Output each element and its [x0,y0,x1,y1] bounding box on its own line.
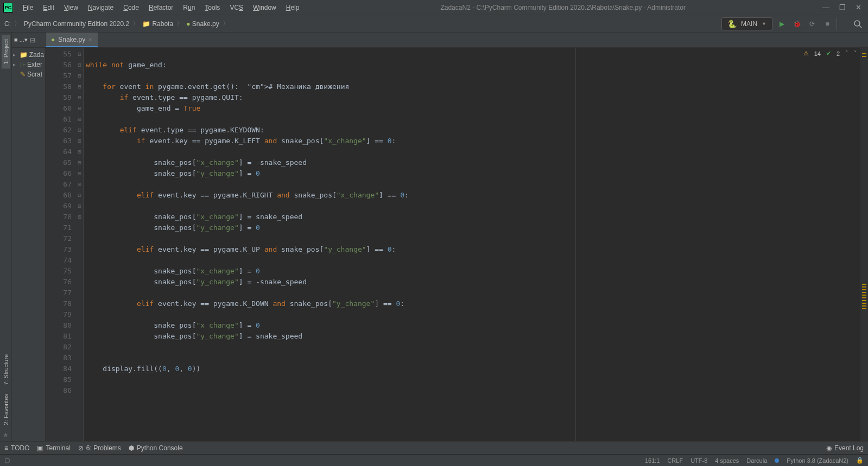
debug-button[interactable]: 🐞 [791,18,803,30]
code-line [86,201,860,212]
close-tab-icon[interactable]: × [88,36,92,43]
indent-info[interactable]: 4 spaces [715,457,739,464]
code-line [86,233,860,244]
todo-tool[interactable]: ≡TODO [4,444,29,452]
python-file-icon: ● [51,36,55,43]
bookmark-icon[interactable]: ★ [1,429,11,441]
minimize-button[interactable]: — [822,3,829,11]
menu-navigate[interactable]: Navigate [84,2,118,13]
search-button[interactable] [852,18,864,30]
terminal-icon: ▣ [37,444,43,452]
chevron-right-icon: 〉 [132,19,139,28]
right-margin-line [575,48,576,441]
navbar: C:〉PyCharm Community Edition 2020.2〉📁 Ra… [0,15,868,33]
code-line [86,374,860,385]
tree-item[interactable]: ✎Scrat [13,69,44,79]
code-line [86,288,860,298]
code-line: elif event.type == pygame.KEYDOWN: [86,125,860,136]
inspection-widget[interactable]: ⚠ 14 ✔ 2 ˄ ˅ [803,50,857,57]
inspection-down-icon[interactable]: ˅ [854,50,857,57]
code-line: game_end = True [86,103,860,114]
interpreter-info[interactable]: Python 3.8 (ZadacaN2) [787,457,848,464]
maximize-button[interactable]: ❐ [839,3,846,11]
chevron-right-icon: 〉 [14,19,21,28]
navbar-right: 🐍 MAIN ▼ ▶ 🐞 ⟳ ■ [721,17,864,30]
structure-tool-tab[interactable]: 7: Structure [2,350,10,390]
close-button[interactable]: ✕ [856,3,861,11]
code-line: while not game_end: [86,60,860,71]
problems-tool[interactable]: ⊘6: Problems [78,444,121,452]
menu-view[interactable]: View [60,2,83,13]
breadcrumb-item[interactable]: 📁 Rabota [142,20,173,28]
menu-help[interactable]: Help [282,2,304,13]
project-panel: ■ ...▾ ⊟ ▸📁Zada▸⊪Exter✎Scrat [12,33,46,441]
breadcrumb-item[interactable]: C: [4,20,11,28]
warning-icon: ⚠ [803,50,809,57]
workspace: 1: Project 7: Structure 2: Favorites ★ ■… [0,33,868,441]
menu-window[interactable]: Window [249,2,281,13]
code-line [86,179,860,190]
code-line: for event in pygame.event.get(): "cm"># … [86,81,860,92]
event-log-tool[interactable]: ◉Event Log [826,444,864,452]
menu-file[interactable]: File [18,2,37,13]
python-console-tool[interactable]: ⬢Python Console [129,444,183,452]
separator [837,18,848,30]
code-line: snake_pos["x_change"] = 0 [86,266,860,277]
status-bar: ▢ 161:1 CRLF UTF-8 4 spaces Darcula Pyth… [0,454,868,466]
breadcrumbs: C:〉PyCharm Community Edition 2020.2〉📁 Ra… [4,19,721,28]
tree-item[interactable]: ▸⊪Exter [13,60,44,69]
run-config-select[interactable]: 🐍 MAIN ▼ [721,17,772,30]
lock-icon[interactable]: 🔒 [856,457,864,464]
code-line [86,114,860,125]
code-line: snake_pos["y_change"] = 0 [86,168,860,179]
editor-tab-snake[interactable]: ● Snake.py × [46,33,98,47]
menu-code[interactable]: Code [119,2,143,13]
code-line [86,255,860,266]
chevron-down-icon: ▼ [762,21,766,27]
svg-line-1 [859,25,861,28]
pass-count: 2 [837,50,840,57]
project-view-select[interactable]: ■ ...▾ [14,36,28,43]
fold-gutter: ⊟⊟⊟⊟⊟⊡⊡⊟⊡⊡⊟⊡⊡⊟⊡⊡ [76,48,84,441]
code-line: snake_pos["y_change"] = 0 [86,222,860,233]
terminal-tool[interactable]: ▣Terminal [37,444,70,452]
left-tool-strip: 1: Project 7: Structure 2: Favorites ★ [0,33,12,441]
list-icon: ≡ [4,444,8,452]
menu-run[interactable]: Run [179,2,199,13]
menu-vcs[interactable]: VCS [225,2,248,13]
stop-button[interactable]: ■ [821,18,833,30]
code-container: 5556575859606162636465666768697071727374… [46,48,868,441]
code-line: snake_pos["x_change"] = 0 [86,320,860,331]
project-tree: ▸📁Zada▸⊪Exter✎Scrat [12,48,45,81]
menu-tools[interactable]: Tools [200,2,224,13]
status-dot-icon [775,458,779,463]
project-tool-tab[interactable]: 1: Project [2,35,10,68]
breadcrumb-item[interactable]: PyCharm Community Edition 2020.2 [24,20,129,28]
caret-position[interactable]: 161:1 [645,457,660,464]
code-line: snake_pos["y_change"] = snake_speed [86,331,860,342]
line-separator[interactable]: CRLF [667,457,683,464]
error-stripe[interactable] [860,48,868,441]
event-log-icon: ◉ [826,444,832,452]
run-button[interactable]: ▶ [776,18,788,30]
theme-info[interactable]: Darcula [746,457,767,464]
tool-windows-icon[interactable]: ▢ [4,457,10,464]
inspection-up-icon[interactable]: ˄ [845,50,848,57]
code-line [86,71,860,81]
titlebar: PC FileEditViewNavigateCodeRefactorRunTo… [0,0,868,15]
menu-refactor[interactable]: Refactor [144,2,178,13]
collapse-all-icon[interactable]: ⊟ [30,36,35,44]
code-line: elif event.key == pygame.K_DOWN and snak… [86,298,860,309]
python-icon: 🐍 [727,20,737,28]
chevron-right-icon: 〉 [223,19,229,28]
tree-item[interactable]: ▸📁Zada [13,50,44,60]
coverage-button[interactable]: ⟳ [806,18,818,30]
encoding[interactable]: UTF-8 [690,457,707,464]
breadcrumb-item[interactable]: ● Snake.py [186,20,219,28]
py-console-icon: ⬢ [129,444,134,452]
menu-edit[interactable]: Edit [39,2,59,13]
warning-small-icon: ⊘ [78,444,84,452]
code-editor[interactable]: while not game_end: for event in pygame.… [84,48,860,441]
favorites-tool-tab[interactable]: 2: Favorites [2,390,10,429]
svg-point-0 [854,21,860,26]
